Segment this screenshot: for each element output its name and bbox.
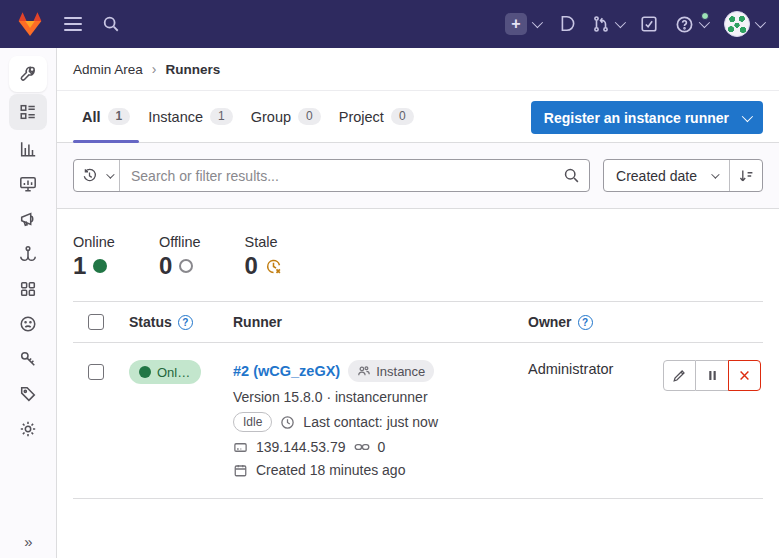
hook-icon xyxy=(19,245,37,263)
recent-searches-button[interactable] xyxy=(74,160,120,191)
runner-status-stats: Online 1 Offline 0 Stale 0 xyxy=(57,209,779,301)
runner-type-badge: Instance xyxy=(348,360,434,382)
stat-label: Online xyxy=(73,234,115,250)
sidebar-item-overview[interactable] xyxy=(9,94,47,130)
register-instance-runner-button[interactable]: Register an instance runner xyxy=(531,101,763,134)
merge-requests-button[interactable] xyxy=(592,15,623,33)
chevron-down-icon xyxy=(615,17,626,28)
table-header-row: Status ? Runner Owner ? xyxy=(73,301,763,343)
delete-runner-button[interactable] xyxy=(728,360,761,391)
sidebar-item-settings[interactable] xyxy=(9,412,47,445)
sort-descending-icon xyxy=(738,168,754,184)
runners-table: Status ? Runner Owner ? Online xyxy=(73,301,763,499)
sidebar-expand-button[interactable]: » xyxy=(0,533,57,550)
sidebar-item-monitoring[interactable] xyxy=(9,167,47,200)
runner-type-label: Instance xyxy=(376,364,425,379)
sidebar-item-credentials[interactable] xyxy=(9,342,47,375)
breadcrumb: Admin Area › Runners xyxy=(57,48,779,91)
chevron-down-icon xyxy=(699,17,710,28)
sidebar-item-admin-tools[interactable] xyxy=(9,56,47,92)
runner-ip-address: 139.144.53.79 xyxy=(256,439,346,455)
tab-group[interactable]: Group 0 xyxy=(242,91,330,142)
search-input[interactable] xyxy=(120,160,553,191)
tab-count-badge: 0 xyxy=(391,108,414,125)
hamburger-menu-icon[interactable] xyxy=(64,17,82,31)
status-badge: Online xyxy=(129,360,201,384)
sidebar-item-messages[interactable] xyxy=(9,202,47,235)
stat-value: 0 xyxy=(159,253,172,279)
search-filter-group xyxy=(73,159,590,192)
breadcrumb-admin-area[interactable]: Admin Area xyxy=(73,62,143,77)
row-actions xyxy=(663,360,763,391)
monitor-icon xyxy=(19,175,37,193)
search-submit-button[interactable] xyxy=(553,160,589,191)
stat-online: Online 1 xyxy=(73,234,115,279)
filter-bar: Created date xyxy=(57,143,779,209)
owner-help-icon[interactable]: ? xyxy=(578,315,593,330)
issues-icon[interactable] xyxy=(557,15,575,33)
chevron-down-icon xyxy=(532,17,543,28)
gitlab-logo-icon[interactable] xyxy=(16,11,44,38)
owner-link[interactable]: Administrator xyxy=(528,361,613,377)
search-icon[interactable] xyxy=(102,15,120,33)
top-navbar: + xyxy=(0,0,779,48)
gear-icon xyxy=(19,420,37,438)
help-menu-button[interactable] xyxy=(675,15,707,34)
online-dot-icon xyxy=(93,259,107,273)
plus-icon: + xyxy=(505,13,527,35)
column-header-status: Status xyxy=(129,314,172,330)
job-status-badge: Idle xyxy=(233,412,272,432)
stat-offline: Offline 0 xyxy=(159,234,201,279)
sidebar-item-labels[interactable] xyxy=(9,377,47,410)
online-dot-icon xyxy=(139,366,151,378)
sort-field-dropdown[interactable]: Created date xyxy=(604,160,729,191)
sidebar-item-abuse-reports[interactable] xyxy=(9,307,47,340)
bar-chart-icon xyxy=(19,140,37,158)
tab-label: Project xyxy=(339,109,384,125)
column-header-runner: Runner xyxy=(233,314,282,330)
sort-direction-button[interactable] xyxy=(729,160,762,191)
tab-instance[interactable]: Instance 1 xyxy=(139,91,242,142)
tab-count-badge: 1 xyxy=(210,108,233,125)
tab-project[interactable]: Project 0 xyxy=(330,91,423,142)
apps-grid-icon xyxy=(19,280,37,298)
breadcrumb-separator: › xyxy=(152,61,157,77)
host-icon xyxy=(233,440,248,455)
chevron-down-icon xyxy=(106,170,114,178)
chevron-down-icon xyxy=(755,17,766,28)
column-header-owner: Owner xyxy=(528,314,572,330)
avatar xyxy=(724,11,750,37)
todos-icon[interactable] xyxy=(640,15,658,33)
stat-stale: Stale 0 xyxy=(245,234,282,279)
sidebar-item-analytics[interactable] xyxy=(9,132,47,165)
runner-tabs-bar: All 1 Instance 1 Group 0 Project 0 Regis… xyxy=(57,91,779,143)
user-avatar-button[interactable] xyxy=(724,11,763,37)
runner-created-text: Created 18 minutes ago xyxy=(256,462,405,478)
edit-runner-button[interactable] xyxy=(663,360,696,391)
pause-runner-button[interactable] xyxy=(696,360,729,391)
megaphone-icon xyxy=(19,210,37,228)
tab-count-badge: 0 xyxy=(298,108,321,125)
new-plus-menu-button[interactable]: + xyxy=(505,13,540,35)
sidebar-item-system-hooks[interactable] xyxy=(9,237,47,270)
register-button-label: Register an instance runner xyxy=(544,110,729,126)
users-icon xyxy=(357,364,371,378)
clock-icon xyxy=(280,415,295,430)
tab-all[interactable]: All 1 xyxy=(73,91,139,142)
runner-jobs-count: 0 xyxy=(378,439,386,455)
row-checkbox[interactable] xyxy=(88,364,104,380)
select-all-checkbox[interactable] xyxy=(88,314,104,330)
sort-control-group: Created date xyxy=(603,159,763,192)
status-help-icon[interactable]: ? xyxy=(178,315,193,330)
sidebar-item-applications[interactable] xyxy=(9,272,47,305)
runner-version: Version 15.8.0 · instancerunner xyxy=(233,389,428,405)
breadcrumb-runners: Runners xyxy=(165,62,220,77)
chevron-down-icon xyxy=(742,110,753,121)
sad-face-icon xyxy=(19,315,37,333)
tab-label: Group xyxy=(251,109,291,125)
overview-icon xyxy=(19,103,37,121)
runner-link[interactable]: #2 (wCG_zeGX) xyxy=(233,363,340,379)
last-contact-text: Last contact: just now xyxy=(303,414,438,430)
chevron-down-icon xyxy=(711,170,719,178)
stat-label: Stale xyxy=(245,234,282,250)
